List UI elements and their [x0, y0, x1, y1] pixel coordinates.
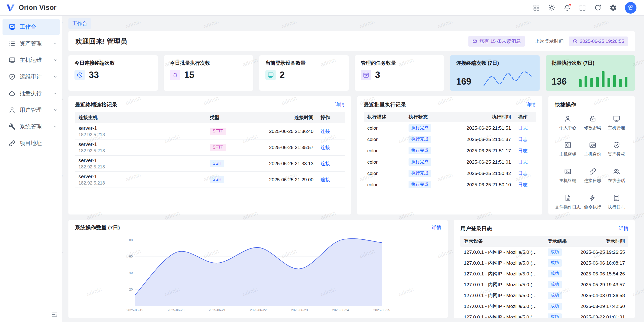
column-header: 执行时间 [448, 114, 514, 120]
column-header: 登录设备 [460, 238, 544, 244]
sidebar-item-host-ops[interactable]: 主机运维 [3, 52, 60, 68]
welcome-title: 欢迎回来! 管理员 [75, 37, 127, 46]
column-header: 连接主机 [75, 114, 206, 121]
svg-text:80: 80 [129, 238, 133, 242]
svg-text:20: 20 [129, 288, 133, 291]
sidebar-item-assets[interactable]: 资产管理 [3, 36, 60, 51]
last-login-label: 上次登录时间 [535, 38, 564, 45]
log-link[interactable]: 日志 [518, 182, 528, 187]
quick-action-connection-log[interactable]: 连接日志 [581, 168, 605, 184]
column-header: 操作 [317, 114, 345, 121]
user-avatar[interactable]: 管 [625, 2, 636, 14]
exec-status-badge: 执行完成 [409, 170, 431, 177]
quick-action-host-identity[interactable]: 主机身份 [581, 141, 605, 157]
sidebar-item-system-mgmt[interactable]: 系统管理 [3, 119, 60, 134]
connect-link[interactable]: 连接 [320, 145, 330, 150]
login-device: 127.0.0.1 - 内网IP - Mozilla/5.0 (Windows … [460, 292, 544, 299]
sidebar-collapse-icon[interactable] [51, 311, 58, 318]
quick-action-label: 修改密码 [584, 125, 601, 131]
stat-card-batch-today: 今日批量执行次数 {} 15 [164, 55, 253, 91]
terminal-details-link[interactable]: 详情 [335, 101, 345, 108]
stat-value: 33 [89, 70, 99, 80]
host-name: server-1 [78, 125, 203, 131]
desktop-icon [265, 70, 276, 80]
quick-action-online-sessions[interactable]: 在线会话 [605, 168, 628, 184]
login-result-badge: 成功 [548, 292, 562, 299]
sidebar-item-user-mgmt[interactable]: 用户管理 [3, 102, 60, 118]
unread-messages-badge[interactable]: 您有 15 条未读消息 [468, 36, 525, 47]
quick-actions-grid: 个人中心 修改密码 主机管理 主机密钥 主机身份 资产授权 主机终端 连接日志 … [555, 115, 628, 210]
log-link[interactable]: 日志 [518, 159, 528, 165]
batch-details-link[interactable]: 详情 [526, 101, 536, 108]
quick-action-host-keys[interactable]: 主机密钥 [555, 141, 581, 157]
stat-card-terminal-7d: 连接终端次数 (7日) 169 [450, 55, 539, 91]
quick-action-host-management[interactable]: 主机管理 [605, 115, 628, 131]
app-logo[interactable]: Orion Visor [6, 3, 57, 13]
sidebar-item-label: 工作台 [20, 23, 58, 31]
login-time: 2025-03-29 17:42:50 [574, 304, 628, 309]
column-header: 执行描述 [364, 114, 405, 120]
log-link[interactable]: 日志 [518, 137, 528, 142]
svg-text:2025-06-25: 2025-06-25 [373, 308, 390, 312]
sidebar-item-label: 项目地址 [20, 139, 58, 147]
connect-link[interactable]: 连接 [320, 177, 330, 182]
panel-title: 最近批量执行记录 [364, 101, 406, 108]
login-log-details-link[interactable]: 详情 [619, 225, 628, 232]
cloud-icon [9, 90, 16, 97]
refresh-icon[interactable] [594, 4, 601, 11]
middle-row: 最近终端连接记录 详情 连接主机 类型 连接时间 操作 server-1182.… [68, 96, 635, 214]
log-link[interactable]: 日志 [518, 125, 528, 131]
quick-action-label: 执行日志 [608, 204, 625, 210]
login-device: 127.0.0.1 - 内网IP - Mozilla/5.0 (Windows … [460, 281, 544, 288]
login-time: 2025-03-22 01:01:31 [574, 314, 628, 318]
chart-details-link[interactable]: 详情 [432, 224, 441, 231]
quick-action-label: 主机身份 [584, 151, 601, 157]
sidebar-item-workbench[interactable]: 工作台 [3, 19, 60, 35]
breadcrumb-item-workbench[interactable]: 工作台 [68, 18, 91, 29]
user-icon [9, 106, 16, 114]
svg-text:2025-06-19: 2025-06-19 [127, 308, 143, 312]
notifications-bell-icon[interactable] [564, 4, 571, 11]
column-header: 执行状态 [405, 114, 448, 120]
wrench-icon [9, 123, 16, 130]
quick-action-asset-authorization[interactable]: 资产授权 [605, 141, 628, 157]
table-row: color 执行完成 2025-06-25 21:51:01 日志 [364, 156, 536, 168]
sidebar-item-batch-exec[interactable]: 批量执行 [3, 86, 60, 101]
fullscreen-icon[interactable] [579, 4, 586, 11]
batch-records-panel: 最近批量执行记录 详情 执行描述 执行状态 执行时间 操作 color 执行完成… [357, 96, 542, 214]
exec-desc: color [364, 171, 405, 176]
quick-action-change-password[interactable]: 修改密码 [581, 115, 605, 131]
quick-action-label: 连接日志 [584, 178, 601, 184]
sidebar-item-audit[interactable]: 运维审计 [3, 69, 60, 85]
theme-sun-icon[interactable] [548, 4, 555, 11]
sidebar-item-label: 资产管理 [20, 40, 49, 47]
login-result-badge: 成功 [548, 259, 562, 266]
connect-link[interactable]: 连接 [320, 161, 330, 166]
sidebar: 工作台 资产管理 主机运维 运维审计 批量执行 [0, 16, 62, 322]
exec-time: 2025-06-25 21:51:51 [448, 125, 514, 131]
quick-action-host-terminal[interactable]: 主机终端 [555, 168, 581, 184]
settings-gear-icon[interactable] [610, 4, 617, 11]
exec-desc: color [364, 148, 405, 154]
connect-link[interactable]: 连接 [320, 129, 330, 134]
user-icon [564, 115, 572, 122]
sidebar-item-project-url[interactable]: 项目地址 [3, 135, 60, 151]
quick-action-file-operation-log[interactable]: 文件操作日志 [555, 194, 581, 210]
table-row: color 执行完成 2025-06-25 21:51:51 日志 [364, 122, 536, 134]
table-row: server-1182.92.5.218 SSH 2025-06-25 21:3… [75, 156, 345, 172]
protocol-tag: SFTP [210, 128, 226, 135]
apps-icon[interactable] [533, 4, 540, 11]
quick-actions-panel: 快捷操作 个人中心 修改密码 主机管理 主机密钥 主机身份 资产授权 主机终端 … [548, 96, 635, 214]
quick-action-command-exec[interactable]: 命令执行 [581, 194, 605, 210]
quick-action-exec-log[interactable]: 执行日志 [605, 194, 628, 210]
host-icon [9, 57, 16, 64]
log-link[interactable]: 日志 [518, 148, 528, 153]
quick-action-personal-center[interactable]: 个人中心 [555, 115, 581, 131]
host-ip: 182.92.5.218 [78, 164, 203, 170]
host-name: server-1 [78, 174, 203, 180]
login-result-badge: 成功 [548, 248, 562, 256]
log-link[interactable]: 日志 [518, 171, 528, 176]
login-device: 127.0.0.1 - 内网IP - Mozilla/5.0 (Windows … [460, 303, 544, 310]
svg-text:2025-06-21: 2025-06-21 [209, 308, 226, 312]
shield-icon [9, 73, 16, 80]
